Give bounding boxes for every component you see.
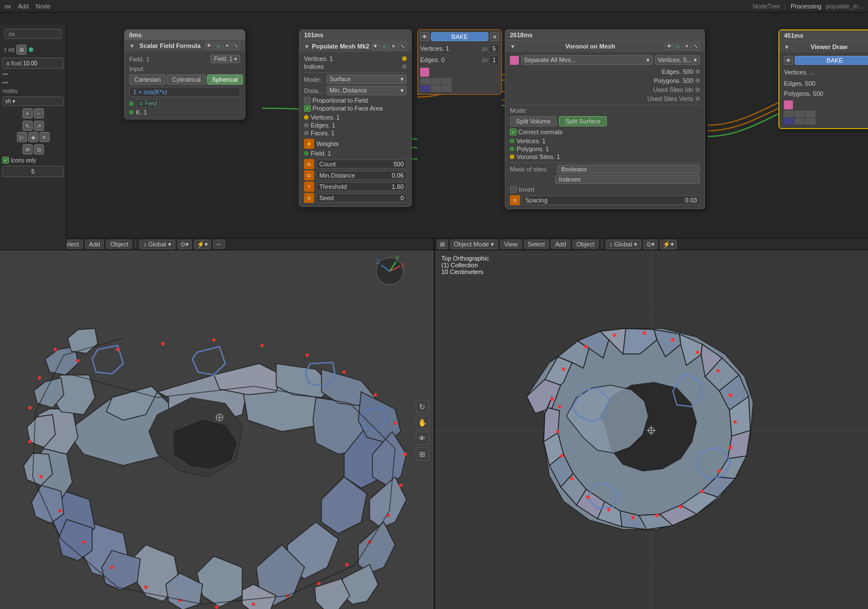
camera-tool[interactable]: 👁 bbox=[416, 431, 429, 445]
object-btn-right[interactable]: Object bbox=[572, 240, 598, 249]
svg-point-61 bbox=[215, 606, 218, 609]
proportional-left[interactable]: ⊙▾ bbox=[178, 240, 192, 249]
sidebar-icon-btn1[interactable]: ⚙ bbox=[16, 45, 27, 55]
bake-button[interactable]: BAKE bbox=[431, 32, 488, 41]
voronoi-separate-dropdown[interactable]: Separate All Mes...▾ bbox=[521, 55, 653, 65]
svg-point-68 bbox=[28, 440, 32, 443]
global-dropdown-left[interactable]: ↕ Global ▾ bbox=[139, 240, 175, 249]
viewport-type-icon[interactable]: ⊞ bbox=[437, 240, 448, 249]
voronoi-x-icon[interactable]: ✕ bbox=[683, 42, 691, 50]
voronoi-view-icon[interactable]: ◎ bbox=[674, 42, 682, 50]
scalar-field-header: 0ms bbox=[125, 30, 245, 40]
dist-label: Dista... bbox=[304, 87, 324, 94]
scalar-x-icon[interactable]: ✕ bbox=[223, 42, 231, 50]
svg-point-48 bbox=[261, 344, 264, 347]
tool-icon-5[interactable]: ≡ bbox=[39, 132, 50, 142]
viewer-eye2-icon[interactable]: 👁 bbox=[784, 56, 793, 65]
menu-add[interactable]: Add bbox=[18, 3, 29, 10]
invert-checkbox[interactable] bbox=[510, 186, 517, 193]
scalar-view-icon[interactable]: ◎ bbox=[214, 42, 222, 50]
tool-icon-4[interactable]: ◈ bbox=[28, 132, 38, 142]
prop-field-checkbox[interactable] bbox=[304, 97, 311, 104]
rotate-tool[interactable]: ↻ bbox=[416, 400, 429, 413]
populate-view-icon[interactable]: ◎ bbox=[381, 42, 389, 50]
add-icon[interactable]: + bbox=[23, 108, 33, 118]
prop-face-checkbox[interactable]: ✓ bbox=[304, 105, 311, 112]
split-surface-btn[interactable]: Split Surface bbox=[559, 116, 606, 126]
viewer-bake-btn[interactable]: BAKE bbox=[795, 56, 868, 65]
svg-point-44 bbox=[76, 359, 80, 363]
icons-only-checkbox[interactable]: ✓ bbox=[2, 157, 9, 164]
dist-dropdown[interactable]: Min. Distance▾ bbox=[327, 86, 407, 95]
voronoi-arrow-icon[interactable]: ⤡ bbox=[692, 42, 700, 50]
mindist-value: 0.06 bbox=[392, 172, 404, 179]
indexes-value: Indexes bbox=[555, 175, 700, 184]
torus-right-svg bbox=[435, 250, 869, 609]
pan-tool[interactable]: ✋ bbox=[416, 416, 429, 429]
voronoi-eye-icon[interactable]: 👁 bbox=[665, 42, 673, 50]
object-mode-dropdown[interactable]: Object Mode ▾ bbox=[450, 240, 498, 249]
svg-text:Z: Z bbox=[376, 259, 380, 265]
proportional-right[interactable]: ⊙▾ bbox=[644, 240, 658, 249]
svg-point-133 bbox=[550, 398, 554, 401]
viewport-left-3d[interactable]: X Y Z ↻ ✋ 👁 ⊞ bbox=[0, 250, 435, 609]
tool-icon-3[interactable]: ▷ bbox=[17, 132, 27, 142]
populate-eye-icon[interactable]: 👁 bbox=[372, 42, 380, 50]
populate-indices-out: Indices bbox=[304, 63, 324, 70]
tool-icon-1[interactable]: ↖ bbox=[23, 121, 33, 131]
remove-icon[interactable]: − bbox=[34, 108, 44, 118]
bake-eye-icon[interactable]: 👁 bbox=[420, 32, 429, 41]
populate-title: Populate Mesh Mk2 bbox=[312, 43, 369, 50]
global-dropdown-right[interactable]: ↕ Global ▾ bbox=[606, 240, 641, 249]
voronoi-vertices-in: Vertices. 1 bbox=[517, 138, 545, 144]
snap-right[interactable]: ⚡▾ bbox=[660, 240, 677, 249]
svg-point-66 bbox=[58, 509, 61, 513]
formula-field[interactable]: 1 + cos(K*x) bbox=[129, 87, 240, 97]
voronoi-matrix-icon bbox=[510, 56, 519, 65]
voronoi-vertices-dropdown[interactable]: Vertices. 5...▾ bbox=[655, 55, 700, 65]
mode-dropdown[interactable]: Surface▾ bbox=[327, 74, 407, 84]
snap-left[interactable]: ⚡▾ bbox=[194, 240, 211, 249]
svg-point-150 bbox=[586, 496, 589, 499]
svg-point-54 bbox=[399, 484, 403, 487]
menu-node[interactable]: Node bbox=[36, 3, 50, 10]
view-btn-right[interactable]: View bbox=[500, 240, 522, 249]
seed-value: 0 bbox=[400, 195, 404, 201]
top-right-info: NodeTree | Processing populate_m... bbox=[753, 3, 863, 10]
menu-ox[interactable]: ox bbox=[5, 3, 11, 10]
tool-icon-2[interactable]: ↗ bbox=[34, 121, 44, 131]
grid-tool[interactable]: ⊞ bbox=[416, 447, 429, 461]
scalar-arrow-icon[interactable]: ⤡ bbox=[232, 42, 240, 50]
viewports-container: X Y Z ↻ ✋ 👁 ⊞ bbox=[0, 250, 868, 609]
scalar-eye-icon[interactable]: 👁 bbox=[205, 42, 213, 50]
split-volume-btn[interactable]: Split Volume bbox=[510, 116, 557, 126]
left-viewport-tools: ↻ ✋ 👁 ⊞ bbox=[416, 400, 429, 461]
svg-point-145 bbox=[700, 490, 704, 493]
transform-left[interactable]: ↔ bbox=[213, 240, 225, 249]
populate-x-icon[interactable]: ✕ bbox=[390, 42, 398, 50]
object-btn-left[interactable]: Object bbox=[106, 240, 132, 249]
add-btn-left[interactable]: Add bbox=[85, 240, 104, 249]
tool-icon-6[interactable]: ⟳ bbox=[23, 144, 33, 155]
axis-gizmo: X Y Z bbox=[374, 256, 406, 287]
populate-arrow-icon[interactable]: ⤡ bbox=[399, 42, 407, 50]
bake-x-icon[interactable]: ✕ bbox=[490, 32, 499, 41]
viewport-right-3d[interactable]: Top Orthographic (1) Collection 10 Centi… bbox=[435, 250, 869, 609]
tool-icon-7[interactable]: ⊙ bbox=[34, 144, 44, 155]
add-btn-right[interactable]: Add bbox=[551, 240, 570, 249]
svg-point-51 bbox=[373, 393, 377, 396]
mode-select[interactable]: sh ▾ bbox=[2, 96, 64, 106]
correct-normals-checkbox[interactable]: ✓ bbox=[510, 129, 517, 135]
used-sites-idx-label: Used Sites Idx bbox=[653, 86, 693, 93]
spherical-btn[interactable]: Spherical bbox=[207, 74, 243, 85]
cylindrical-btn[interactable]: Cylindrical bbox=[167, 74, 206, 85]
voronoi-sites-in: Voronoi Sites. 1 bbox=[517, 153, 560, 160]
sidebar-inputs: t int ⚙ bbox=[2, 43, 64, 56]
vm-row2-c3 bbox=[805, 118, 816, 125]
cartesian-btn[interactable]: Cartesian bbox=[129, 74, 166, 85]
select-btn-right[interactable]: Select bbox=[524, 240, 549, 249]
bake-node: 👁 BAKE ✕ Vertices. 1 px 5 Edges. 0 px 1 bbox=[417, 29, 502, 95]
field-dropdown[interactable]: Field. 1 ▾ bbox=[210, 55, 240, 63]
scalar-field-title: Scalar Field Formula bbox=[139, 42, 200, 49]
threshold-label: Threshold bbox=[319, 183, 347, 190]
